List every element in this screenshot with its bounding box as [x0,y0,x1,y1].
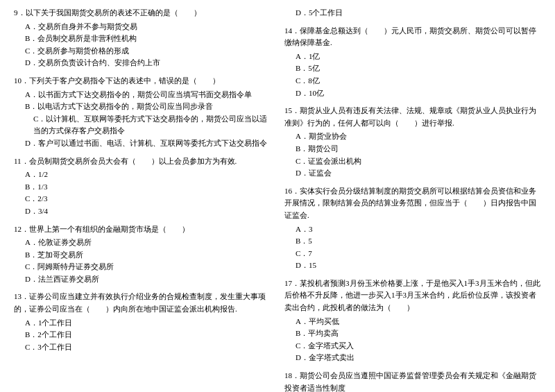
q10-option-c: C．以计算机、互联网等委托方式下达交易指令的，期货公司应当以适当的方式保存客户交… [14,113,271,137]
q15-option-c: C．证监会派出机构 [284,155,541,168]
q18-text: 18．期货公司会员应当遵照中国证券监督管理委员会有关规定和《金融期货投资者适当性… [284,370,541,392]
q14-option-d: D．10亿 [284,87,541,100]
q17-option-a: A．平均买低 [284,316,541,328]
left-column: 9．以下关于我国期货交易所的表述不正确的是（ ） A．交易所自身并不参与期货交易… [14,7,271,392]
question-12: 12．世界上第一个有组织的金融期货市场是（ ） A．伦敦证券交易所 B．芝加哥交… [14,223,271,286]
q15-option-a: A．期货业协会 [284,130,541,143]
q9-option-c: C．交易所参与期货价格的形成 [14,45,271,58]
q14-option-c: C．8亿 [284,75,541,87]
question-13: 13．证券公司应当建立并有效执行介绍业务的合规检查制度，发生重大事项的，证券公司… [14,291,271,353]
q14-text: 14．保障基金总额达到（ ）元人民币，期货交易所、期货公司可以暂停缴纳保障基金. [284,25,541,49]
q10-option-b: B．以电话方式下达交易指令的，期货公司应当同步录音 [14,101,271,113]
q12-text: 12．世界上第一个有组织的金融期货市场是（ ） [14,223,271,236]
q10-option-a: A．以书面方式下达交易指令的，期货公司应当填写书面交易指令单 [14,89,271,101]
q12-option-b: B．芝加哥交易所 [14,249,271,262]
q14-option-a: A．1亿 [284,51,541,63]
q10-option-d: D．客户可以通过书面、电话、计算机、互联网等委托方式下达交易指令 [14,137,271,150]
page-container: 9．以下关于我国期货交易所的表述不正确的是（ ） A．交易所自身并不参与期货交易… [14,7,541,392]
q12-option-c: C．阿姆斯特丹证券交易所 [14,261,271,273]
question-13-d: D．5个工作日 [284,7,541,19]
q13-option-d: D．5个工作日 [284,7,541,19]
q16-option-d: D．15 [284,259,541,272]
q16-option-b: B．5 [284,235,541,248]
q15-option-b: B．期货公司 [284,143,541,155]
question-10: 10．下列关于客户交易指令下达的表述中，错误的是（ ） A．以书面方式下达交易指… [14,75,271,150]
q11-option-d: D．3/4 [14,205,271,218]
q12-option-d: D．法兰西证券交易所 [14,273,271,286]
q16-text: 16．实体实行会员分级结算制度的期货交易所可以根据结算会员资信和业务开展情况，限… [284,185,541,222]
q13-option-a: A．1个工作日 [14,317,271,330]
question-17: 17．某投机者预测3月份玉米价格要上涨，于是他买入1手3月玉米合约，但此后价格不… [284,278,541,364]
q16-option-a: A．3 [284,223,541,236]
q14-option-b: B．5亿 [284,62,541,75]
q11-text: 11．会员制期货交易所会员大会有（ ）以上会员参加方为有效. [14,155,271,168]
question-15: 15．期货从业人员有违反有关法律、法规、规章或《期货从业人员执业行为准则》行为的… [284,105,541,180]
right-column: D．5个工作日 14．保障基金总额达到（ ）元人民币，期货交易所、期货公司可以暂… [284,7,541,392]
question-14: 14．保障基金总额达到（ ）元人民币，期货交易所、期货公司可以暂停缴纳保障基金.… [284,25,541,100]
q17-option-d: D．金字塔式卖出 [284,352,541,364]
q13-option-c: C．3个工作日 [14,341,271,354]
q11-option-b: B．1/3 [14,181,271,194]
question-9: 9．以下关于我国期货交易所的表述不正确的是（ ） A．交易所自身并不参与期货交易… [14,7,271,69]
q17-option-b: B．平均卖高 [284,327,541,340]
two-column-layout: 9．以下关于我国期货交易所的表述不正确的是（ ） A．交易所自身并不参与期货交易… [14,7,541,392]
question-18: 18．期货公司会员应当遵照中国证券监督管理委员会有关规定和《金融期货投资者适当性… [284,370,541,392]
q13-text: 13．证券公司应当建立并有效执行介绍业务的合规检查制度，发生重大事项的，证券公司… [14,291,271,315]
q17-option-c: C．金字塔式买入 [284,340,541,352]
q17-text: 17．某投机者预测3月份玉米价格要上涨，于是他买入1手3月玉米合约，但此后价格不… [284,278,541,314]
q15-text: 15．期货从业人员有违反有关法律、法规、规章或《期货从业人员执业行为准则》行为的… [284,105,541,129]
q9-option-d: D．交易所负责设计合约、安排合约上市 [14,57,271,69]
q11-option-a: A．1/2 [14,169,271,181]
q9-text: 9．以下关于我国期货交易所的表述不正确的是（ ） [14,7,271,19]
q15-option-d: D．证监会 [284,167,541,180]
q13-option-b: B．2个工作日 [14,329,271,341]
q12-option-a: A．伦敦证券交易所 [14,237,271,249]
question-11: 11．会员制期货交易所会员大会有（ ）以上会员参加方为有效. A．1/2 B．1… [14,155,271,218]
q9-option-a: A．交易所自身并不参与期货交易 [14,21,271,33]
q10-text: 10．下列关于客户交易指令下达的表述中，错误的是（ ） [14,75,271,87]
q16-option-c: C．7 [284,248,541,260]
q9-option-b: B．会员制交易所是非营利性机构 [14,33,271,45]
q11-option-c: C．2/3 [14,193,271,205]
question-16: 16．实体实行会员分级结算制度的期货交易所可以根据结算会员资信和业务开展情况，限… [284,185,541,272]
